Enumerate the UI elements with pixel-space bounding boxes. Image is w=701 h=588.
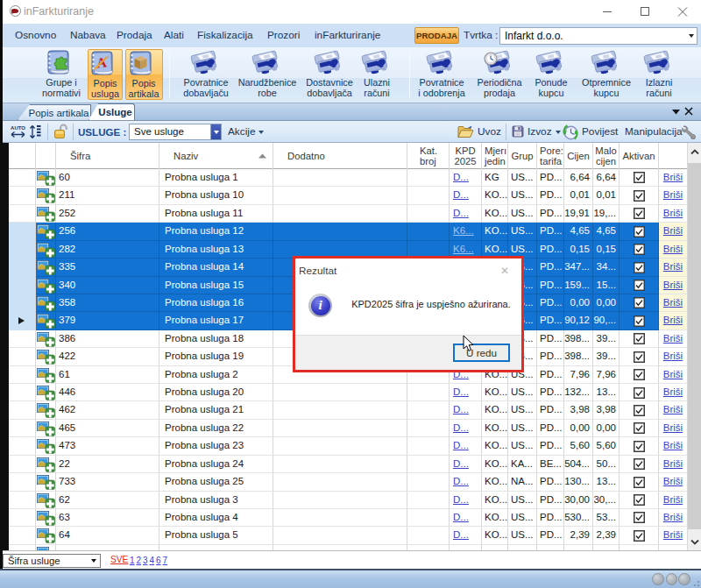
svg-text:AUTO: AUTO xyxy=(11,125,25,131)
